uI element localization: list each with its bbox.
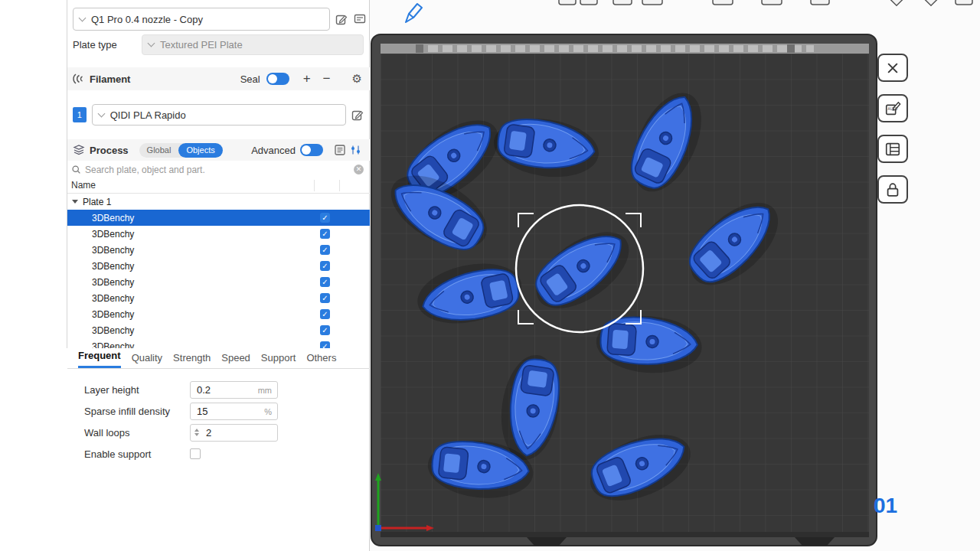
auto-orient-button[interactable]: AUTO bbox=[877, 94, 908, 122]
plate-type-value: Textured PEI Plate bbox=[160, 39, 243, 51]
lock-icon bbox=[884, 181, 901, 198]
object-visibility-checkbox[interactable] bbox=[320, 245, 330, 255]
svg-text:AUTO: AUTO bbox=[888, 106, 898, 110]
add-filament-button[interactable]: + bbox=[303, 73, 311, 85]
enable-support-label: Enable support bbox=[67, 448, 190, 460]
process-scope-switch: Global Objects bbox=[139, 143, 223, 158]
object-visibility-checkbox[interactable] bbox=[320, 325, 330, 335]
tab-speed[interactable]: Speed bbox=[221, 352, 250, 368]
object-visibility-checkbox[interactable] bbox=[320, 341, 330, 348]
object-visibility-checkbox[interactable] bbox=[320, 261, 330, 271]
object-row[interactable]: 3DBenchy bbox=[67, 306, 370, 322]
layer-height-unit: mm bbox=[258, 386, 272, 395]
tab-quality[interactable]: Quality bbox=[132, 352, 162, 368]
printer-name: Q1 Pro 0.4 nozzle - Copy bbox=[91, 14, 203, 25]
tab-strength[interactable]: Strength bbox=[173, 352, 211, 368]
object-row[interactable]: 3DBenchy bbox=[67, 242, 370, 258]
name-column-header: Name bbox=[71, 180, 96, 191]
filament-icon bbox=[73, 73, 85, 85]
object-row[interactable]: 3DBenchy bbox=[67, 290, 370, 306]
viewport-3d[interactable]: AUTO 01 bbox=[370, 0, 980, 551]
wall-loops-value: 2 bbox=[199, 427, 211, 439]
draw-pencil-icon[interactable] bbox=[406, 4, 422, 22]
settings-tab-bar: Frequent Quality Strength Speed Support … bbox=[67, 348, 370, 369]
tree-header: Name bbox=[67, 178, 370, 194]
side-panel: Q1 Pro 0.4 nozzle - Copy Plate type Text… bbox=[67, 0, 370, 551]
filament-name: QIDI PLA Rapido bbox=[110, 109, 186, 121]
object-visibility-checkbox[interactable] bbox=[320, 309, 330, 319]
param-table-icon[interactable] bbox=[334, 144, 346, 156]
advanced-toggle[interactable] bbox=[300, 144, 323, 156]
wall-loops-label: Wall loops bbox=[67, 427, 190, 439]
plate-type-label: Plate type bbox=[73, 39, 117, 51]
filament-settings-gear-icon[interactable]: ⚙ bbox=[352, 73, 362, 85]
filament-select[interactable]: QIDI PLA Rapido bbox=[92, 104, 346, 126]
enable-support-checkbox[interactable] bbox=[190, 448, 201, 459]
frequent-settings: Layer height mm Sparse infill density % … bbox=[67, 379, 370, 465]
object-visibility-checkbox[interactable] bbox=[320, 213, 330, 223]
plate-toolbar: AUTO bbox=[877, 54, 908, 204]
search-icon bbox=[71, 165, 81, 174]
filament-title: Filament bbox=[90, 73, 130, 85]
object-row[interactable]: 3DBenchy bbox=[67, 226, 370, 242]
edit-filament-icon[interactable] bbox=[351, 109, 364, 121]
auto-orient-icon: AUTO bbox=[884, 100, 901, 117]
scope-objects-button[interactable]: Objects bbox=[178, 143, 222, 158]
filament-slot-number[interactable]: 1 bbox=[73, 107, 87, 122]
chevron-down-icon bbox=[79, 14, 87, 21]
lock-button[interactable] bbox=[877, 175, 908, 204]
object-row[interactable]: 3DBenchy bbox=[67, 322, 370, 338]
param-compare-icon[interactable] bbox=[350, 144, 362, 156]
object-visibility-checkbox[interactable] bbox=[320, 229, 330, 239]
collapse-caret-icon[interactable] bbox=[72, 200, 78, 204]
plate-row[interactable]: Plate 1 bbox=[67, 194, 370, 210]
object-row[interactable]: 3DBenchy bbox=[67, 338, 370, 348]
plate-type-select[interactable]: Textured PEI Plate bbox=[142, 34, 364, 55]
scope-global-button[interactable]: Global bbox=[139, 143, 179, 158]
close-icon bbox=[885, 60, 900, 76]
top-toolbar-fragments bbox=[559, 0, 972, 5]
printer-select[interactable]: Q1 Pro 0.4 nozzle - Copy bbox=[73, 8, 330, 31]
clear-search-icon[interactable]: ✕ bbox=[354, 165, 364, 174]
layer-height-label: Layer height bbox=[67, 384, 190, 396]
printer-monitor-icon[interactable] bbox=[354, 13, 366, 25]
chevron-down-icon bbox=[148, 40, 155, 47]
object-row[interactable]: 3DBenchy bbox=[67, 258, 370, 274]
plate-number-label: 01 bbox=[874, 494, 897, 518]
plate-label: Plate 1 bbox=[78, 197, 111, 207]
tab-frequent[interactable]: Frequent bbox=[78, 350, 121, 368]
object-visibility-checkbox[interactable] bbox=[320, 277, 330, 287]
object-row[interactable]: 3DBenchy bbox=[67, 210, 370, 226]
search-input[interactable] bbox=[85, 165, 354, 175]
infill-density-unit: % bbox=[264, 407, 272, 416]
process-title: Process bbox=[90, 145, 129, 156]
seal-label: Seal bbox=[240, 73, 260, 85]
infill-density-label: Sparse infill density bbox=[67, 406, 190, 417]
process-icon bbox=[73, 144, 85, 156]
seal-toggle[interactable] bbox=[266, 73, 289, 85]
object-visibility-checkbox[interactable] bbox=[320, 293, 330, 303]
arrange-button[interactable] bbox=[877, 135, 908, 163]
arrange-icon bbox=[884, 141, 901, 158]
object-row[interactable]: 3DBenchy bbox=[67, 274, 370, 290]
remove-filament-button[interactable]: − bbox=[323, 73, 331, 85]
advanced-label: Advanced bbox=[251, 145, 296, 156]
collapsed-left-rail bbox=[0, 0, 67, 348]
chevron-down-icon bbox=[97, 109, 105, 117]
wall-loops-stepper[interactable]: 2 bbox=[190, 424, 278, 442]
edit-printer-icon[interactable] bbox=[335, 13, 348, 25]
delete-all-button[interactable] bbox=[877, 54, 908, 82]
tab-others[interactable]: Others bbox=[306, 352, 336, 368]
object-tree: Plate 1 3DBenchy 3DBenchy 3DBenchy 3DBen… bbox=[67, 194, 370, 348]
tab-support[interactable]: Support bbox=[261, 352, 296, 368]
